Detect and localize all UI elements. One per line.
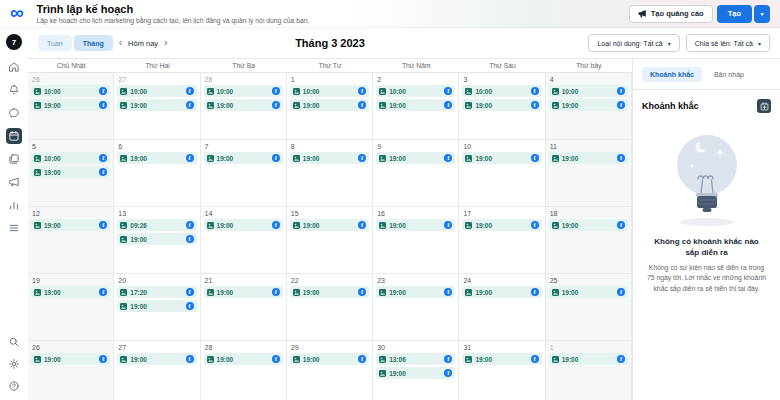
scheduled-post-chip[interactable]: 19:00f	[462, 353, 541, 365]
scheduled-post-chip[interactable]: 19:00f	[31, 286, 110, 298]
calendar-day-cell[interactable]: 510:00f19:00f	[28, 140, 114, 207]
sidebar-item-all-tools[interactable]	[6, 220, 22, 236]
scheduled-post-chip[interactable]: 19:00f	[290, 99, 369, 111]
scheduled-post-chip[interactable]: 19:00f	[376, 367, 455, 379]
next-month-button[interactable]: ›	[164, 38, 167, 48]
scheduled-post-chip[interactable]: 19:00f	[204, 286, 283, 298]
scheduled-post-chip[interactable]: 10:00f	[549, 85, 628, 97]
calendar-day-cell[interactable]: 1119:00f	[546, 140, 632, 207]
scheduled-post-chip[interactable]: 19:00f	[31, 166, 110, 178]
scheduled-post-chip[interactable]: 19:00f	[290, 152, 369, 164]
calendar-day-cell[interactable]: 410:00f19:00f	[546, 73, 632, 140]
calendar-day-cell[interactable]: 1419:00f	[201, 207, 287, 274]
scheduled-post-chip[interactable]: 19:00f	[204, 219, 283, 231]
scheduled-post-chip[interactable]: 19:00f	[376, 99, 455, 111]
scheduled-post-chip[interactable]: 19:00f	[376, 152, 455, 164]
calendar-day-cell[interactable]: 1719:00f	[459, 207, 545, 274]
calendar-day-cell[interactable]: 2119:00f	[201, 274, 287, 341]
sidebar-item-settings[interactable]	[6, 356, 22, 372]
scheduled-post-chip[interactable]: 19:00f	[549, 99, 628, 111]
scheduled-post-chip[interactable]: 19:00f	[117, 152, 196, 164]
scheduled-post-chip[interactable]: 19:00f	[204, 353, 283, 365]
sidebar-item-inbox[interactable]	[6, 105, 22, 121]
calendar-day-cell[interactable]: 919:00f	[373, 140, 459, 207]
scheduled-post-chip[interactable]: 10:00f	[462, 85, 541, 97]
scheduled-post-chip[interactable]: 19:00f	[376, 286, 455, 298]
scheduled-post-chip[interactable]: 19:00f	[549, 353, 628, 365]
scheduled-post-chip[interactable]: 19:00f	[290, 219, 369, 231]
business-avatar[interactable]: 7	[6, 34, 22, 50]
calendar-day-cell[interactable]: 2219:00f	[287, 274, 373, 341]
scheduled-post-chip[interactable]: 19:00f	[204, 99, 283, 111]
sidebar-item-planner[interactable]	[6, 128, 22, 144]
scheduled-post-chip[interactable]: 19:00f	[290, 286, 369, 298]
scheduled-post-chip[interactable]: 19:00f	[117, 300, 196, 312]
calendar-day-cell[interactable]: 2810:00f19:00f	[201, 73, 287, 140]
share-to-filter[interactable]: Chia sẻ lên: Tất cả ▾	[686, 34, 770, 52]
calendar-day-cell[interactable]: 1619:00f	[373, 207, 459, 274]
add-moment-button[interactable]	[757, 99, 771, 113]
scheduled-post-chip[interactable]: 19:00f	[290, 353, 369, 365]
sidebar-item-help[interactable]	[6, 378, 22, 394]
tab-drafts[interactable]: Bản nháp	[714, 71, 744, 78]
scheduled-post-chip[interactable]: 19:00f	[462, 152, 541, 164]
sidebar-item-ads[interactable]	[6, 174, 22, 190]
scheduled-post-chip[interactable]: 19:00f	[549, 286, 628, 298]
calendar-day-cell[interactable]: 2419:00f	[459, 274, 545, 341]
calendar-day-cell[interactable]: 2519:00f	[546, 274, 632, 341]
today-button[interactable]: Hôm nay	[128, 39, 158, 48]
sidebar-item-home[interactable]	[6, 59, 22, 75]
scheduled-post-chip[interactable]: 17:20f	[117, 286, 196, 298]
prev-month-button[interactable]: ‹	[119, 38, 122, 48]
scheduled-post-chip[interactable]: 10:00f	[31, 85, 110, 97]
sidebar-item-content[interactable]	[6, 151, 22, 167]
calendar-day-cell[interactable]: 210:00f19:00f	[373, 73, 459, 140]
scheduled-post-chip[interactable]: 19:00f	[462, 219, 541, 231]
calendar-day-cell[interactable]: 1519:00f	[287, 207, 373, 274]
calendar-day-cell[interactable]: 2319:00f	[373, 274, 459, 341]
calendar-day-cell[interactable]: 2619:00f	[28, 341, 114, 400]
calendar-day-cell[interactable]: 1819:00f	[546, 207, 632, 274]
scheduled-post-chip[interactable]: 19:00f	[117, 233, 196, 245]
calendar-day-cell[interactable]: 619:00f	[114, 140, 200, 207]
calendar-day-cell[interactable]: 119:00f	[546, 341, 632, 400]
scheduled-post-chip[interactable]: 19:00f	[31, 99, 110, 111]
calendar-day-cell[interactable]: 1219:00f	[28, 207, 114, 274]
calendar-day-cell[interactable]: 2710:00f19:00f	[114, 73, 200, 140]
sidebar-item-insights[interactable]	[6, 197, 22, 213]
calendar-day-cell[interactable]: 3119:00f	[459, 341, 545, 400]
calendar-day-cell[interactable]: 1919:00f	[28, 274, 114, 341]
sidebar-item-notifications[interactable]	[6, 82, 22, 98]
scheduled-post-chip[interactable]: 19:00f	[31, 219, 110, 231]
calendar-day-cell[interactable]: 3013:06f19:00f	[373, 341, 459, 400]
week-view-button[interactable]: Tuần	[38, 35, 72, 51]
scheduled-post-chip[interactable]: 19:00f	[204, 152, 283, 164]
scheduled-post-chip[interactable]: 10:00f	[290, 85, 369, 97]
calendar-day-cell[interactable]: 1019:00f	[459, 140, 545, 207]
scheduled-post-chip[interactable]: 19:00f	[462, 286, 541, 298]
scheduled-post-chip[interactable]: 19:00f	[549, 219, 628, 231]
scheduled-post-chip[interactable]: 10:00f	[117, 85, 196, 97]
calendar-day-cell[interactable]: 2719:00f	[114, 341, 200, 400]
tab-moments[interactable]: Khoảnh khắc	[642, 67, 702, 82]
calendar-day-cell[interactable]: 2819:00f	[201, 341, 287, 400]
scheduled-post-chip[interactable]: 19:00f	[549, 152, 628, 164]
create-dropdown-button[interactable]: ▾	[754, 5, 770, 23]
month-view-button[interactable]: Tháng	[74, 35, 113, 51]
create-ad-button[interactable]: Tạo quảng cáo	[629, 5, 713, 23]
scheduled-post-chip[interactable]: 19:00f	[462, 99, 541, 111]
calendar-day-cell[interactable]: 310:00f19:00f	[459, 73, 545, 140]
scheduled-post-chip[interactable]: 19:00f	[376, 219, 455, 231]
calendar-day-cell[interactable]: 2919:00f	[287, 341, 373, 400]
scheduled-post-chip[interactable]: 10:00f	[204, 85, 283, 97]
scheduled-post-chip[interactable]: 10:00f	[31, 152, 110, 164]
calendar-day-cell[interactable]: 819:00f	[287, 140, 373, 207]
scheduled-post-chip[interactable]: 10:00f	[376, 85, 455, 97]
meta-logo-icon[interactable]: ∞	[10, 3, 24, 22]
calendar-day-cell[interactable]: 2017:20f19:00f	[114, 274, 200, 341]
scheduled-post-chip[interactable]: 19:00f	[117, 99, 196, 111]
scheduled-post-chip[interactable]: 13:06f	[376, 353, 455, 365]
scheduled-post-chip[interactable]: 19:00f	[31, 353, 110, 365]
calendar-day-cell[interactable]: 1309:26f19:00f	[114, 207, 200, 274]
calendar-day-cell[interactable]: 110:00f19:00f	[287, 73, 373, 140]
